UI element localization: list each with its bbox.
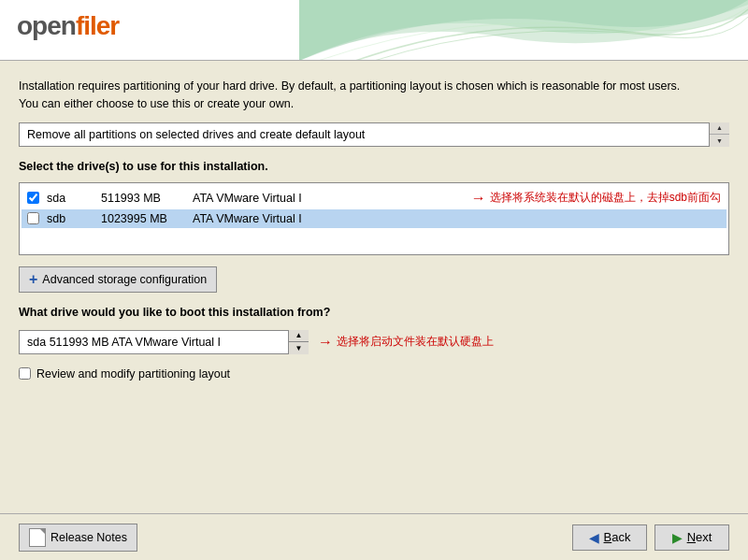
review-row: Review and modify partitioning layout [19,367,729,381]
advanced-storage-label: Advanced storage configuration [42,273,207,286]
drive-size-sda: 511993 MB [101,192,185,205]
boot-select-row: sda 511993 MB ATA VMware Virtual Isdb 10… [19,330,729,354]
header: openfiler [0,0,748,61]
partition-layout-dropdown[interactable]: Remove all partitions on selected drives… [19,122,729,147]
boot-arrow: → [318,334,333,351]
main-content: Installation requires partitioning of yo… [0,61,748,513]
arrow-sda: → [471,190,486,207]
partition-arrow-down[interactable]: ▼ [710,135,729,147]
drive-type-sdb: ATA VMware Virtual I [193,212,721,225]
review-checkbox[interactable] [19,367,31,380]
partition-layout-wrapper[interactable]: Remove all partitions on selected drives… [19,122,729,147]
partition-arrow-up[interactable]: ▲ [710,122,729,136]
header-decoration [299,0,748,61]
back-label-underline: B [604,530,612,544]
release-notes-button[interactable]: Release Notes [19,524,137,552]
drive-row-sdb: sdb 1023995 MB ATA VMware Virtual I [22,209,726,228]
boot-drive-dropdown[interactable]: sda 511993 MB ATA VMware Virtual Isdb 10… [19,330,309,354]
review-label: Review and modify partitioning layout [36,367,230,381]
boot-arrow-up[interactable]: ▲ [289,330,309,343]
back-icon: ◀ [589,530,599,545]
drive-type-sda: ATA VMware Virtual I [193,192,464,205]
description-line2: You can either choose to use this or cre… [19,95,729,113]
document-icon [29,528,46,547]
partition-spinbox-arrows[interactable]: ▲ ▼ [709,122,729,147]
logo: openfiler [17,11,119,41]
navigation-buttons: ◀ Back ▶ Next [572,524,729,551]
footer: Release Notes ◀ Back ▶ Next [0,513,748,560]
drive-annotation-sda: → 选择将系统装在默认的磁盘上，去掉sdb前面勾 [471,190,721,207]
boot-arrow-down[interactable]: ▼ [289,342,309,354]
back-label: Back [604,530,631,544]
plus-icon: + [29,271,37,288]
drive-name-sda: sda [47,192,94,205]
logo-filer: filer [76,11,119,40]
description: Installation requires partitioning of yo… [19,78,729,113]
boot-spinbox-arrows[interactable]: ▲ ▼ [288,330,309,354]
drive-size-sdb: 1023995 MB [101,212,185,225]
drive-name-sdb: sdb [47,212,94,225]
release-notes-label: Release Notes [50,531,127,544]
drive-section-label: Select the drive(s) to use for this inst… [19,160,729,173]
next-label-underline: N [687,530,696,544]
drive-checkbox-sda[interactable] [27,192,39,204]
next-label: Next [687,530,712,544]
next-icon: ▶ [672,530,683,545]
boot-section-label: What drive would you like to boot this i… [19,306,729,319]
advanced-storage-button[interactable]: + Advanced storage configuration [19,266,217,293]
boot-select-wrapper[interactable]: sda 511993 MB ATA VMware Virtual Isdb 10… [19,330,309,354]
next-button[interactable]: ▶ Next [654,524,729,551]
description-line1: Installation requires partitioning of yo… [19,78,729,95]
drive-row-sda: sda 511993 MB ATA VMware Virtual I → 选择将… [22,187,726,209]
drive-list: sda 511993 MB ATA VMware Virtual I → 选择将… [19,182,729,255]
logo-open: open [17,11,76,40]
boot-annotation: → 选择将启动文件装在默认硬盘上 [318,334,494,351]
drive-checkbox-sdb[interactable] [27,212,39,224]
back-button[interactable]: ◀ Back [572,524,647,551]
